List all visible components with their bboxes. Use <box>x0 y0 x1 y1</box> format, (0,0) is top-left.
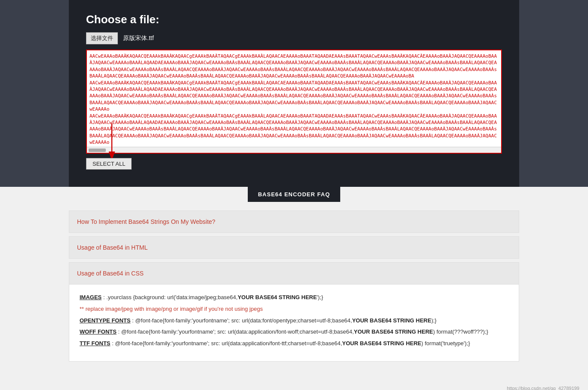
usage-line-opentype: OPENTYPE FONTS : @font-face{font-family:… <box>80 316 508 325</box>
select-all-button[interactable]: SELECT ALL <box>86 158 132 170</box>
faq-item-3-header[interactable]: Usage of Base64 in CSS <box>69 262 519 285</box>
opentype-label: OPENTYPE FONTS <box>80 317 130 324</box>
textarea-scrollbar <box>87 147 501 153</box>
encoder-title: Choose a file: <box>86 13 502 26</box>
note-text: ** replace image/jpeg with image/png or … <box>80 306 263 312</box>
opentype-bold: YOUR BASE64 STRING HERE <box>352 317 431 324</box>
watermark: https://blog.csdn.net/qq_42789199 <box>0 382 588 390</box>
opentype-post: );} <box>431 317 437 324</box>
output-area-container: AACwEAAAoBAAÀKAQAACQEAAAkBAAÀKAQAACgEAAA… <box>86 50 502 154</box>
faq-title-wrapper: BASE64 ENCODER FAQ <box>69 187 519 202</box>
ttf-post: ) format('truetype');} <box>422 340 470 347</box>
select-all-area: SELECT ALL <box>86 158 132 170</box>
faq-item-3: Usage of Base64 in CSS IMAGES : .yourcla… <box>69 262 519 362</box>
usage-line-images: IMAGES : .yourclass {background: url('da… <box>80 293 508 302</box>
file-selector-row: 选择文件 原版宋体.ttf <box>86 32 502 44</box>
usage-line-woff: WOFF FONTS : @font-face{font-family:'you… <box>80 328 508 337</box>
images-bold: YOUR BASE64 STRING HERE <box>237 294 317 300</box>
encoder-section: Choose a file: 选择文件 原版宋体.ttf AACwEAAAoBA… <box>69 0 519 187</box>
faq-section: BASE64 ENCODER FAQ How To Implement Base… <box>0 187 588 382</box>
usage-line-note: ** replace image/jpeg with image/png or … <box>80 305 508 314</box>
scrollbar-thumb[interactable] <box>89 149 106 152</box>
ttf-label: TTF FONTS <box>80 340 111 347</box>
faq-question-3: Usage of Base64 in CSS <box>77 270 144 277</box>
opentype-pre: : @font-face{font-family:'yourfontname';… <box>132 317 352 324</box>
output-textarea[interactable]: AACwEAAAoBAAÀKAQAACQEAAAkBAAÀKAQAACgEAAA… <box>87 50 501 145</box>
images-post: ');} <box>317 294 323 300</box>
choose-file-button[interactable]: 选择文件 <box>86 32 118 44</box>
faq-question-1: How To Implement Base64 Strings On My We… <box>77 218 215 225</box>
faq-item-2[interactable]: Usage of Base64 in HTML <box>69 236 519 259</box>
ttf-pre: : @font-face{font-family:'yourfontname';… <box>112 340 342 347</box>
woff-post: ) format(???woff???);} <box>433 328 488 335</box>
file-name-label: 原版宋体.ttf <box>123 34 154 42</box>
faq-title-bar: BASE64 ENCODER FAQ <box>248 187 341 202</box>
faq-question-2: Usage of Base64 in HTML <box>77 244 148 251</box>
woff-label: WOFF FONTS <box>80 328 117 335</box>
faq-item-1[interactable]: How To Implement Base64 Strings On My We… <box>69 210 519 233</box>
woff-bold: YOUR BASE64 STRING HERE <box>354 328 433 335</box>
usage-line-ttf: TTF FONTS : @font-face{font-family:'your… <box>80 339 508 348</box>
ttf-bold: YOUR BASE64 STRING HERE <box>342 340 421 347</box>
woff-pre: : @font-face{font-family:'yourfontname';… <box>118 328 354 335</box>
images-pre: : .yourclass {background: url('data:imag… <box>103 294 238 300</box>
images-label: IMAGES <box>80 294 102 300</box>
faq-expanded-content: IMAGES : .yourclass {background: url('da… <box>69 285 519 362</box>
